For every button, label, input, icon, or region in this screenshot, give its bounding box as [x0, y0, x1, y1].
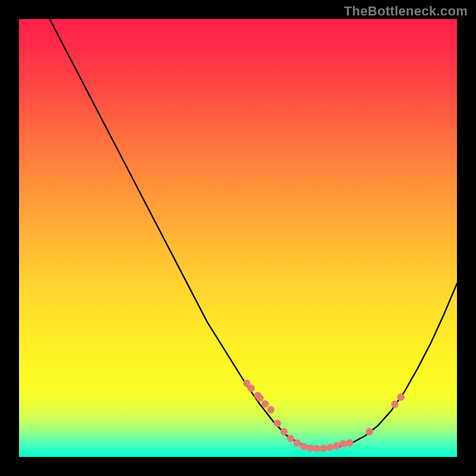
watermark-label: TheBottleneck.com — [344, 4, 468, 19]
sample-point — [333, 442, 340, 449]
sample-point — [280, 428, 287, 435]
sample-point — [391, 400, 398, 408]
sample-point — [267, 406, 274, 414]
chart-svg — [19, 19, 457, 457]
sample-point — [300, 443, 307, 450]
sample-point — [287, 435, 294, 442]
sample-point — [261, 400, 268, 408]
sample-point — [326, 444, 333, 451]
sample-points-group — [243, 380, 405, 452]
sample-point — [248, 384, 255, 392]
sample-point — [397, 393, 405, 400]
sample-point — [366, 428, 373, 435]
chart-frame: TheBottleneck.com — [0, 0, 476, 476]
sample-point — [313, 445, 320, 452]
sample-point — [293, 439, 300, 446]
plot-area — [19, 19, 457, 457]
sample-point — [320, 444, 327, 452]
bottleneck-curve — [50, 19, 457, 449]
sample-point — [339, 440, 346, 447]
sample-point — [274, 419, 281, 427]
sample-point — [256, 394, 264, 402]
sample-point — [306, 444, 314, 452]
sample-point — [346, 439, 353, 446]
